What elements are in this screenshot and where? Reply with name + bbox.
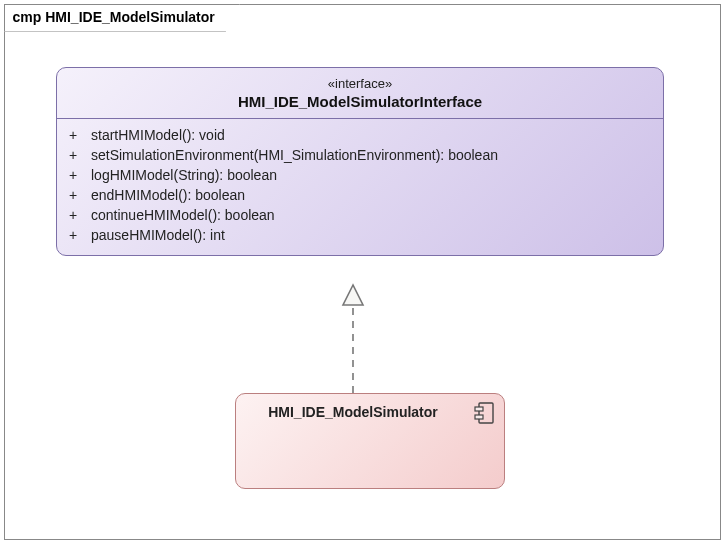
svg-rect-2	[479, 403, 493, 423]
operation-visibility: +	[69, 167, 91, 183]
operation-signature: startHMIModel(): void	[91, 127, 651, 143]
component-name: HMI_IDE_ModelSimulator	[236, 404, 470, 420]
operation-row: + setSimulationEnvironment(HMI_Simulatio…	[57, 145, 663, 165]
operation-visibility: +	[69, 227, 91, 243]
operations-compartment: + startHMIModel(): void + setSimulationE…	[57, 119, 663, 255]
operation-visibility: +	[69, 187, 91, 203]
operation-signature: logHMIModel(String): boolean	[91, 167, 651, 183]
svg-rect-3	[475, 407, 483, 411]
svg-rect-4	[475, 415, 483, 419]
operation-row: + startHMIModel(): void	[57, 125, 663, 145]
operation-signature: setSimulationEnvironment(HMI_SimulationE…	[91, 147, 651, 163]
component-icon	[474, 402, 494, 424]
interface-stereotype: «interface»	[57, 76, 663, 91]
operation-row: + logHMIModel(String): boolean	[57, 165, 663, 185]
interface-name: HMI_IDE_ModelSimulatorInterface	[57, 93, 663, 110]
operation-signature: endHMIModel(): boolean	[91, 187, 651, 203]
operation-visibility: +	[69, 127, 91, 143]
operation-row: + endHMIModel(): boolean	[57, 185, 663, 205]
operation-visibility: +	[69, 207, 91, 223]
frame-label-prefix: cmp	[13, 9, 46, 25]
component-classifier: HMI_IDE_ModelSimulator	[235, 393, 505, 489]
frame-label-name: HMI_IDE_ModelSimulator	[45, 9, 215, 25]
operation-signature: continueHMIModel(): boolean	[91, 207, 651, 223]
interface-classifier: «interface» HMI_IDE_ModelSimulatorInterf…	[56, 67, 664, 256]
operation-row: + continueHMIModel(): boolean	[57, 205, 663, 225]
frame-label: cmp HMI_IDE_ModelSimulator	[4, 4, 240, 32]
operation-visibility: +	[69, 147, 91, 163]
svg-marker-1	[343, 285, 363, 305]
operation-row: + pauseHMIModel(): int	[57, 225, 663, 245]
diagram-frame: cmp HMI_IDE_ModelSimulator «interface» H…	[4, 4, 721, 540]
interface-header: «interface» HMI_IDE_ModelSimulatorInterf…	[57, 68, 663, 119]
operation-signature: pauseHMIModel(): int	[91, 227, 651, 243]
